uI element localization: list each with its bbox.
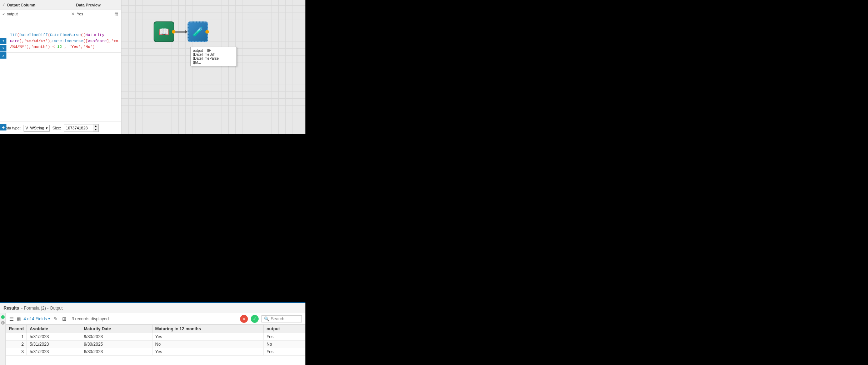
cell-maturing-1: No bbox=[152, 341, 264, 348]
search-icon: 🔍 bbox=[264, 316, 269, 321]
grid-icon: ▦ bbox=[17, 316, 21, 321]
table-row: 3 5/31/2023 6/30/2023 Yes Yes bbox=[6, 348, 305, 356]
spin-up[interactable]: ▲ bbox=[93, 124, 98, 128]
canvas-area: 📖 🧪 output = IIF (DateTimeDiff (DateTime… bbox=[121, 0, 305, 134]
row-checkmark: ✓ bbox=[2, 12, 5, 16]
cell-asofdate-1: 5/31/2023 bbox=[27, 341, 81, 348]
results-subtitle: - Formula (2) - Output bbox=[21, 306, 63, 311]
size-label: Size: bbox=[53, 126, 61, 130]
results-toolbar: ☰ ▦ 4 of 4 Fields ▾ ✎ ⊞ 3 records displa… bbox=[6, 313, 305, 325]
spin-down[interactable]: ▼ bbox=[93, 128, 98, 132]
cell-maturity-2: 6/30/2023 bbox=[81, 348, 152, 356]
results-table: Record Asofdate Maturity Date Maturing i… bbox=[6, 325, 305, 356]
size-spinner: ▲ ▼ bbox=[93, 124, 98, 132]
x-icon-1[interactable]: x bbox=[0, 45, 6, 51]
x-icon-2[interactable]: x bbox=[0, 52, 6, 59]
status-dot-green bbox=[1, 315, 5, 319]
node-tooltip: output = IIF (DateTimeDiff (DateTimePars… bbox=[190, 47, 237, 66]
cell-record-2: 3 bbox=[6, 348, 27, 356]
cell-output-2: Yes bbox=[264, 348, 305, 356]
cell-record-1: 2 bbox=[6, 341, 27, 348]
data-type-select[interactable]: V_WString ▾ bbox=[24, 125, 50, 132]
formula-node-output-dot bbox=[205, 30, 209, 34]
fields-badge[interactable]: 4 of 4 Fields ▾ bbox=[24, 316, 50, 321]
input-node-icon: 📖 bbox=[159, 27, 169, 37]
output-field-name: output bbox=[7, 12, 69, 16]
tooltip-line4: ([M... bbox=[193, 60, 234, 64]
results-table-wrapper: Record Asofdate Maturity Date Maturing i… bbox=[6, 325, 305, 365]
data-preview-label: Data Preview bbox=[76, 3, 119, 7]
cell-asofdate-2: 5/31/2023 bbox=[27, 348, 81, 356]
canvas-background bbox=[121, 0, 305, 134]
fields-badge-arrow: ▾ bbox=[48, 317, 50, 321]
cell-output-0: Yes bbox=[264, 333, 305, 341]
tooltip-line1: output = IIF bbox=[193, 49, 234, 53]
ok-results-button[interactable]: ✓ bbox=[251, 315, 259, 323]
cell-output-1: No bbox=[264, 341, 305, 348]
table-icon-btn[interactable]: ⊞ bbox=[61, 315, 67, 322]
list-icon: ☰ bbox=[9, 316, 14, 322]
cell-maturing-2: Yes bbox=[152, 348, 264, 356]
output-column-label: Output Column bbox=[7, 3, 75, 7]
records-count: 3 records displayed bbox=[71, 316, 109, 321]
clear-button[interactable]: ✕ bbox=[70, 11, 75, 16]
data-type-row: Data type: V_WString ▾ Size: ▲ ▼ bbox=[0, 122, 121, 134]
search-input[interactable] bbox=[271, 316, 299, 321]
connector-line bbox=[174, 31, 185, 33]
cell-maturity-1: 9/30/2025 bbox=[81, 341, 152, 348]
left-panel-header: ✓ Output Column Data Preview bbox=[0, 0, 121, 10]
search-wrap: 🔍 bbox=[261, 315, 302, 322]
tooltip-line2: (DateTimeDiff bbox=[193, 53, 234, 56]
header-checkmark: ✓ bbox=[2, 3, 5, 7]
data-type-arrow: ▾ bbox=[46, 126, 48, 130]
cell-maturing-0: Yes bbox=[152, 333, 264, 341]
col-header-output: output bbox=[264, 325, 305, 333]
cancel-results-button[interactable]: ✕ bbox=[240, 315, 248, 323]
table-row: 1 5/31/2023 9/30/2023 Yes Yes bbox=[6, 333, 305, 341]
formula-node[interactable]: 🧪 output = IIF (DateTimeDiff (DateTimePa… bbox=[188, 21, 208, 42]
data-type-value: V_WString bbox=[25, 126, 44, 130]
results-header: Results - Formula (2) - Output bbox=[0, 303, 305, 313]
cell-asofdate-0: 5/31/2023 bbox=[27, 333, 81, 341]
size-input[interactable] bbox=[64, 125, 93, 131]
add-field-button[interactable]: + bbox=[0, 124, 6, 130]
results-panel: Results - Formula (2) - Output i ☰ ▦ 4 o… bbox=[0, 302, 305, 365]
size-input-wrap: ▲ ▼ bbox=[64, 124, 99, 132]
cell-record-0: 1 bbox=[6, 333, 27, 341]
output-row: ✓ output ✕ Yes 🗑 bbox=[0, 10, 121, 18]
fields-count-label: 4 of 4 Fields bbox=[24, 316, 47, 321]
delete-button[interactable]: 🗑 bbox=[114, 11, 119, 17]
side-icons: f x x bbox=[0, 38, 6, 59]
table-row: 2 5/31/2023 9/30/2025 No No bbox=[6, 341, 305, 348]
output-preview-value: Yes bbox=[77, 12, 113, 16]
left-panel: ✓ Output Column Data Preview ✓ output ✕ … bbox=[0, 0, 121, 134]
results-title: Results bbox=[4, 306, 19, 311]
table-header-row: Record Asofdate Maturity Date Maturing i… bbox=[6, 325, 305, 333]
results-left-strip: i bbox=[0, 313, 6, 365]
tooltip-line3: (DateTimeParse bbox=[193, 56, 234, 60]
connector bbox=[174, 30, 188, 34]
col-header-record: Record bbox=[6, 325, 27, 333]
col-header-maturing: Maturing in 12 months bbox=[152, 325, 264, 333]
edit-icon-btn[interactable]: ✎ bbox=[53, 315, 59, 322]
input-node-output-dot bbox=[172, 30, 175, 34]
cell-maturity-0: 9/30/2023 bbox=[81, 333, 152, 341]
input-node[interactable]: 📖 bbox=[154, 21, 174, 42]
status-dot-info: i bbox=[1, 321, 5, 325]
formula-node-icon: 🧪 bbox=[193, 27, 203, 37]
connector-arrow bbox=[185, 30, 188, 34]
fx-icon[interactable]: f bbox=[0, 38, 6, 44]
node-container: 📖 🧪 output = IIF (DateTimeDiff (DateTime… bbox=[154, 21, 208, 42]
col-header-maturity-date: Maturity Date bbox=[81, 325, 152, 333]
formula-editor[interactable]: IIF(DateTimeDiff(DateTimeParse([Maturity… bbox=[7, 18, 121, 53]
col-header-asofdate: Asofdate bbox=[27, 325, 81, 333]
